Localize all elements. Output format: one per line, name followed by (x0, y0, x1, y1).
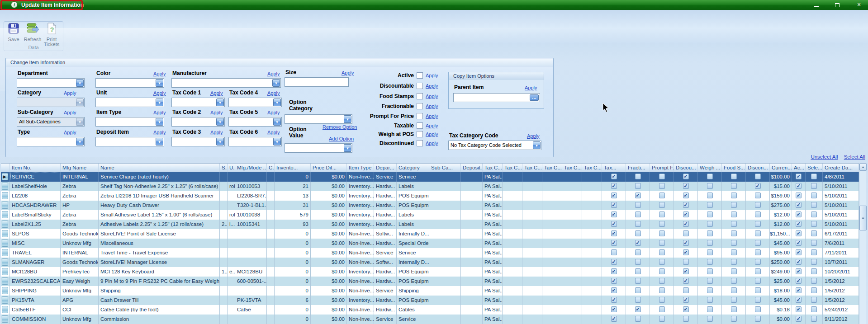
apply-link-item-type[interactable]: Apply (153, 110, 166, 115)
apply-link-manufacturer[interactable]: Apply (267, 71, 280, 76)
table-row[interactable]: COMMISSIONUnknow MfgCommission0$0.00Non-… (1, 315, 859, 324)
row-checkbox[interactable]: ✓ (611, 183, 617, 189)
row-checkbox[interactable] (707, 259, 713, 265)
apply-link-tax-code-6[interactable]: Apply (267, 130, 280, 135)
grid-header-cell[interactable]: Price Dif... (311, 164, 347, 172)
row-checkbox[interactable] (755, 230, 761, 236)
grid-header-cell[interactable]: Fracti... (626, 164, 650, 172)
row-checkbox[interactable] (635, 230, 641, 236)
row-checkbox[interactable]: ✓ (611, 306, 617, 312)
chevron-down-icon[interactable]: ▾ (156, 99, 163, 106)
row-checkbox[interactable]: ✓ (683, 221, 689, 227)
apply-link-fractionable[interactable]: Apply (426, 103, 438, 109)
restore-button[interactable] (830, 1, 844, 9)
table-row[interactable]: ▶SERVICEINTERNALService Charge (rated ho… (1, 172, 859, 182)
row-checkbox[interactable] (659, 202, 665, 208)
grid-header-cell[interactable]: Tax C... (503, 164, 522, 172)
row-checkbox[interactable] (731, 287, 737, 293)
table-row[interactable]: MISCUnknow MfgMiscellaneous0$0.00Non-Inv… (1, 239, 859, 248)
category-select[interactable]: ▾ (17, 98, 85, 107)
row-checkbox[interactable] (635, 268, 641, 274)
tax-code-6-select[interactable]: ▾ (228, 137, 282, 146)
row-checkbox[interactable] (635, 278, 641, 284)
tax-category-code-select[interactable]: No Tax Category Code Selected▾ (448, 141, 541, 150)
row-checkbox[interactable] (755, 297, 761, 303)
row-checkbox[interactable]: ✓ (796, 183, 802, 189)
grid-header-cell[interactable]: Sele... (806, 164, 823, 172)
row-checkbox[interactable]: ✓ (611, 287, 617, 293)
row-checkbox[interactable]: ✓ (796, 230, 802, 236)
chevron-down-icon[interactable]: ▾ (533, 141, 541, 149)
row-checkbox[interactable]: ✓ (796, 240, 802, 246)
save-button[interactable]: Save (5, 23, 23, 42)
row-checkbox[interactable]: ✓ (796, 193, 802, 198)
apply-link-tax-code-5[interactable]: Apply (267, 110, 280, 115)
row-checkbox[interactable] (755, 316, 761, 322)
apply-link-tax-code-2[interactable]: Apply (210, 110, 223, 115)
chevron-down-icon[interactable]: ▾ (273, 138, 281, 146)
row-checkbox[interactable] (659, 316, 665, 322)
row-checkbox[interactable] (811, 259, 817, 265)
apply-link-deposit-item[interactable]: Apply (153, 130, 166, 135)
row-checkbox[interactable] (659, 268, 665, 274)
row-checkbox[interactable] (635, 202, 641, 208)
grid-header-cell[interactable]: Ac... (792, 164, 806, 172)
grid-header-cell[interactable]: Invento... (275, 164, 311, 172)
scrollbar-thumb[interactable]: ≡ (859, 206, 867, 230)
parent-item-input[interactable]: … (453, 93, 540, 102)
row-checkbox[interactable] (731, 230, 737, 236)
row-checkbox[interactable] (659, 249, 665, 255)
row-checkbox[interactable] (731, 202, 737, 208)
row-checkbox[interactable]: ✓ (796, 278, 802, 284)
weigh-at-pos-checkbox[interactable] (417, 131, 423, 137)
row-checkbox[interactable] (707, 221, 713, 227)
row-checkbox[interactable] (731, 174, 737, 179)
row-checkbox[interactable] (659, 221, 665, 227)
row-checkbox[interactable] (755, 278, 761, 284)
table-row[interactable]: HDCASHDRAWERHPHeavy Duty Cash DrawerT320… (1, 201, 859, 210)
apply-link-active[interactable]: Apply (426, 73, 438, 78)
row-checkbox[interactable]: ✓ (611, 211, 617, 217)
row-checkbox[interactable] (659, 287, 665, 293)
apply-link-taxable[interactable]: Apply (426, 123, 438, 128)
grid-header-cell[interactable]: Discon... (746, 164, 770, 172)
row-checkbox[interactable] (659, 278, 665, 284)
row-checkbox[interactable]: ✓ (611, 240, 617, 246)
row-checkbox[interactable] (811, 297, 817, 303)
row-checkbox[interactable] (659, 259, 665, 265)
apply-link-tax-code-1[interactable]: Apply (210, 90, 223, 96)
row-checkbox[interactable]: ✓ (635, 240, 641, 246)
apply-link-sub-category[interactable]: Apply (64, 110, 76, 115)
row-checkbox[interactable]: ✓ (683, 240, 689, 246)
grid-header-cell[interactable]: Tax C... (522, 164, 542, 172)
row-checkbox[interactable] (731, 183, 737, 189)
chevron-down-icon[interactable]: ▾ (216, 118, 224, 126)
vertical-scrollbar[interactable]: ▲ ≡ (859, 163, 866, 324)
row-checkbox[interactable] (635, 221, 641, 227)
row-checkbox[interactable] (731, 268, 737, 274)
table-row[interactable]: PK15VTAAPGCash Drawer TillPK-15VTA6$0.00… (1, 296, 859, 305)
type-select[interactable]: ▾ (17, 137, 85, 146)
row-checkbox[interactable] (635, 249, 641, 255)
grid-header-cell[interactable]: Prompt F... (650, 164, 674, 172)
tax-code-5-select[interactable]: ▾ (228, 117, 282, 127)
row-checkbox[interactable]: ✓ (683, 268, 689, 274)
row-checkbox[interactable]: ✓ (796, 174, 802, 179)
row-checkbox[interactable] (731, 221, 737, 227)
row-checkbox[interactable] (683, 230, 689, 236)
row-checkbox[interactable]: ✓ (683, 306, 689, 312)
row-checkbox[interactable] (659, 297, 665, 303)
tax-code-4-select[interactable]: ▾ (228, 98, 282, 107)
chevron-down-icon[interactable]: ▾ (216, 99, 224, 106)
row-checkbox[interactable] (811, 174, 817, 179)
row-checkbox[interactable] (811, 287, 817, 293)
row-checkbox[interactable] (707, 268, 713, 274)
row-checkbox[interactable] (811, 278, 817, 284)
select-all-link[interactable]: Select All (844, 154, 865, 160)
row-checkbox[interactable]: ✓ (683, 278, 689, 284)
tax-code-1-select[interactable]: ▾ (171, 98, 225, 107)
row-checkbox[interactable]: ✓ (611, 202, 617, 208)
sub-category-select[interactable]: All Sub-Categories▾ (17, 117, 85, 127)
grid-header-cell[interactable]: Category (397, 164, 429, 172)
grid-header-cell[interactable]: C... (267, 164, 275, 172)
